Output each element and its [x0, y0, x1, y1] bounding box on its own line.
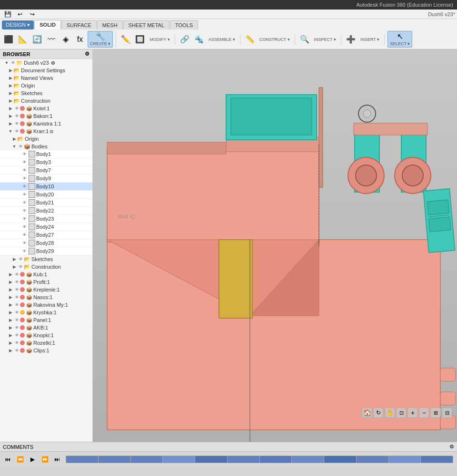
tree-item-construction[interactable]: ▶ 📂 Construction	[0, 97, 92, 105]
tree-item-body22[interactable]: 👁 Body22	[0, 207, 92, 215]
tree-item-origin[interactable]: ▶ 📂 Origin	[0, 82, 92, 89]
tab-surface[interactable]: SURFACE	[61, 20, 97, 29]
modify-btn1[interactable]: ✏️	[119, 34, 132, 45]
tree-item-body24[interactable]: 👁 Body24	[0, 223, 92, 231]
tree-item-nasos[interactable]: ▶ 👁 📦 Nasos:1	[0, 293, 92, 301]
timeline-end-btn[interactable]: ⏭	[51, 454, 63, 465]
modify-btn2[interactable]: 🔲	[133, 34, 147, 45]
tree-item-sketches2[interactable]: ▶ 👁 📂 Sketches	[0, 255, 92, 263]
tree-item-bodies[interactable]: ▼ 👁 📦 Bodies	[0, 143, 92, 150]
tree-item-body1[interactable]: 👁 Body1	[0, 150, 92, 158]
timeline-play-btn[interactable]: ▶	[27, 454, 38, 465]
browser-content[interactable]: ▼ 👁 📁 Dush6 v23 ⚙ ▶ 📂 Document Settings …	[0, 59, 92, 442]
tree-item-sketches[interactable]: ▶ 📂 Sketches	[0, 89, 92, 97]
tree-item-profit[interactable]: ▶ 👁 📦 Profit:1	[0, 278, 92, 286]
tab-solid[interactable]: SOLID	[34, 20, 61, 29]
tree-item-root[interactable]: ▼ 👁 📁 Dush6 v23 ⚙	[0, 59, 92, 67]
menu-bar: 💾 ↩ ↪ Dush6 v23*	[0, 10, 457, 19]
extrude-btn[interactable]: 📐	[16, 34, 30, 45]
assemble-btn1[interactable]: 🔗	[178, 34, 191, 45]
timeline-next-btn[interactable]: ⏩	[39, 454, 50, 465]
nav-orbit-btn[interactable]: ↻	[373, 408, 384, 418]
svg-point-16	[356, 165, 377, 186]
comments-btn[interactable]: ⚙	[449, 444, 454, 450]
construct-btn1[interactable]: 📏	[243, 34, 257, 45]
select-btn[interactable]: ↖ SELECT ▾	[387, 31, 412, 48]
svg-rect-23	[440, 368, 456, 381]
svg-rect-5	[319, 87, 323, 187]
tree-item-kanistra[interactable]: ▶ 👁 📦 Kanistra 1:1	[0, 120, 92, 127]
redo-btn[interactable]: ↪	[27, 9, 38, 20]
toolbar-insert-section: ➕ INSERT ▾	[344, 34, 385, 45]
timeline-start-btn[interactable]: ⏮	[2, 454, 13, 465]
tree-item-rakovina[interactable]: ▶ 👁 📦 Rakovina My:1	[0, 301, 92, 309]
toolbar-tabs: DESIGN ▾ SOLID SURFACE MESH SHEET METAL …	[0, 19, 457, 29]
browser-header: BROWSER ⚙	[0, 49, 92, 59]
tree-item-body20[interactable]: 👁 Body20	[0, 191, 92, 199]
tab-mesh[interactable]: MESH	[97, 20, 123, 29]
timeline-track[interactable]	[66, 456, 453, 463]
tree-item-kotel[interactable]: ▶ 👁 📦 Kotel:1	[0, 105, 92, 112]
tree-item-body21[interactable]: 👁 Body21	[0, 199, 92, 207]
modify-menu-btn[interactable]: MODIFY ▾	[148, 36, 171, 43]
tree-item-bakon[interactable]: ▶ 👁 📦 Bakon:1	[0, 112, 92, 120]
assemble-menu-btn[interactable]: ASSEMBLE ▾	[207, 36, 237, 43]
toolbar-row: ⬛ 📐 🔄 〰 ◈ fx 🔧 CREATE ▾ ✏️ 🔲 MODIFY ▾ 🔗 …	[0, 29, 457, 49]
nav-home-btn[interactable]: 🏠	[362, 408, 372, 418]
undo-btn[interactable]: ↩	[14, 9, 26, 20]
tab-tools[interactable]: TOOLS	[170, 20, 198, 29]
assemble-btn2[interactable]: 🔩	[192, 34, 206, 45]
tree-item-doc-settings[interactable]: ▶ 📂 Document Settings	[0, 67, 92, 74]
formula-btn[interactable]: fx	[73, 34, 87, 45]
insert-btn1[interactable]: ➕	[344, 34, 358, 45]
nav-pan-btn[interactable]: ✋	[385, 408, 395, 418]
toolbar-assemble-section: 🔗 🔩 ASSEMBLE ▾	[178, 34, 240, 45]
toolbar-create-section: ⬛ 📐 🔄 〰 ◈ fx 🔧 CREATE ▾	[2, 31, 116, 48]
construct-menu-btn[interactable]: CONSTRUCT ▾	[258, 36, 292, 43]
tree-item-rozetki[interactable]: ▶ 👁 📦 Rozetki:1	[0, 339, 92, 347]
inspect-btn1[interactable]: 🔍	[298, 34, 311, 45]
loft-btn[interactable]: ◈	[59, 34, 72, 45]
design-dropdown[interactable]: DESIGN ▾	[2, 20, 34, 29]
tree-item-body29[interactable]: 👁 Body29	[0, 247, 92, 255]
tree-item-construction2[interactable]: ▶ 👁 📂 Construction	[0, 263, 92, 271]
tree-item-kreplenie[interactable]: ▶ 👁 📦 Kreplenie:1	[0, 286, 92, 293]
toolbar-select-section: ↖ SELECT ▾	[387, 31, 415, 48]
tree-item-body7[interactable]: 👁 Body7	[0, 166, 92, 175]
nav-zoom-fit-btn[interactable]: ⊡	[396, 408, 407, 418]
tree-item-named-views[interactable]: ▶ 📂 Named Views	[0, 74, 92, 82]
browser-options[interactable]: ⚙	[85, 51, 89, 57]
tree-item-kran-origin[interactable]: ▶ 📂 Origin	[0, 135, 92, 143]
browser-panel: BROWSER ⚙ ▼ 👁 📁 Dush6 v23 ⚙ ▶ 📂 Document…	[0, 49, 93, 442]
model-scene: Wod IQ	[93, 49, 457, 442]
nav-grid-btn[interactable]: ⊟	[442, 408, 452, 418]
tree-item-akb[interactable]: ▶ 👁 📦 AKB:1	[0, 324, 92, 331]
nav-zoom-out-btn[interactable]: −	[419, 408, 429, 418]
tree-item-body10[interactable]: 👁 Body10	[0, 183, 92, 191]
tree-item-body9[interactable]: 👁 Body9	[0, 175, 92, 183]
tree-item-knopki[interactable]: ▶ 👁 📦 Knopki:1	[0, 331, 92, 339]
nav-zoom-in-btn[interactable]: +	[407, 408, 418, 418]
tree-item-kran[interactable]: ▼ 👁 📦 Kran:1 ⊙	[0, 127, 92, 135]
tree-item-panel[interactable]: ▶ 👁 📦 Panel:1	[0, 316, 92, 324]
create-menu-btn[interactable]: 🔧 CREATE ▾	[88, 31, 113, 48]
revolve-btn[interactable]: 🔄	[30, 34, 44, 45]
tree-item-body28[interactable]: 👁 Body28	[0, 239, 92, 247]
insert-menu-btn[interactable]: INSERT ▾	[358, 36, 381, 43]
save-btn[interactable]: 💾	[2, 9, 13, 20]
tree-item-kryshka[interactable]: ▶ 👁 📦 Kryshka:1	[0, 309, 92, 316]
tree-item-clips[interactable]: ▶ 👁 📦 Clips:1	[0, 347, 92, 354]
timeline-prev-btn[interactable]: ⏪	[14, 454, 26, 465]
tree-item-body23[interactable]: 👁 Body23	[0, 215, 92, 223]
tab-sheet-metal[interactable]: SHEET METAL	[123, 20, 169, 29]
tree-item-body27[interactable]: 👁 Body27	[0, 231, 92, 239]
tree-item-body3[interactable]: 👁 Body3	[0, 158, 92, 166]
inspect-menu-btn[interactable]: INSPECT ▾	[312, 36, 338, 43]
new-component-btn[interactable]: ⬛	[2, 34, 15, 45]
svg-rect-2	[107, 149, 319, 242]
timeline-step[interactable]	[66, 456, 98, 463]
viewport[interactable]: Wod IQ 🏠 ↻ ✋ ⊡ + − ⊞ ⊟	[93, 49, 457, 442]
nav-display-btn[interactable]: ⊞	[430, 408, 441, 418]
tree-item-kub[interactable]: ▶ 👁 📦 Kub:1	[0, 271, 92, 278]
sweep-btn[interactable]: 〰	[45, 34, 58, 45]
